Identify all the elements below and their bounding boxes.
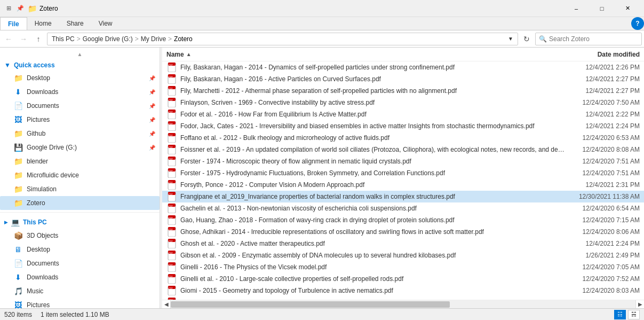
table-row[interactable]: PDFFrangipane et al_2019_Invariance prop…	[162, 191, 644, 202]
large-icons-view-button[interactable]: ☵	[628, 310, 640, 319]
col-date-header[interactable]: Date modified	[565, 51, 640, 58]
window-title: Zotero	[39, 5, 58, 12]
sidebar-quick-access-header[interactable]: ▼ Quick access	[0, 58, 160, 71]
sidebar-item-documents2[interactable]: 📄 Documents	[0, 256, 160, 270]
path-mydrive: My Drive	[141, 35, 166, 43]
sidebar-scroll-up[interactable]: ▲	[0, 50, 160, 58]
table-row[interactable]: PDFFily, Baskaran, Hagan - 2016 - Active…	[162, 73, 644, 85]
scroll-thumb[interactable]	[171, 301, 450, 308]
window-controls: – □ ✕	[564, 0, 640, 17]
sidebar-item-label: Downloads	[27, 274, 155, 281]
quick-access-icon[interactable]: 📌	[16, 4, 25, 13]
table-row[interactable]: PDFForster - 1975 - Hydrodynamic Fluctua…	[162, 167, 644, 179]
microfluidic-icon: 📁	[13, 171, 23, 179]
sidebar: ▲ ▼ Quick access 📁 Desktop 📌 ⬇ Downloads…	[0, 48, 160, 308]
thispc-label: This PC	[23, 218, 47, 226]
table-row[interactable]: PDFFily, Baskaran, Hagan - 2014 - Dynami…	[162, 61, 644, 73]
sidebar-item-simulation[interactable]: 📁 Simulation	[0, 182, 160, 196]
file-name: Gao, Huang, Zhao - 2018 - Formation of w…	[180, 216, 565, 224]
sidebar-item-label: Pictures	[27, 116, 149, 123]
sidebar-item-pictures2[interactable]: 🖼 Pictures	[0, 298, 160, 308]
address-path[interactable]: This PC > Google Drive (G:) > My Drive >…	[47, 33, 518, 45]
table-row[interactable]: PDFFodor et al. - 2016 - How Far from Eq…	[162, 108, 644, 120]
table-row[interactable]: PDFGinelli - 2016 - The Physics of the V…	[162, 261, 644, 273]
scroll-track[interactable]	[171, 300, 635, 308]
file-date: 12/24/2020 7:05 AM	[565, 263, 640, 271]
pdf-file-icon: PDF	[166, 75, 177, 83]
maximize-button[interactable]: □	[590, 0, 614, 17]
pin-icon: 📌	[149, 131, 155, 137]
sidebar-item-microfluidic[interactable]: 📁 Microfluidic device	[0, 168, 160, 182]
github-folder-icon: 📁	[13, 129, 23, 138]
scroll-left-button[interactable]: ◀	[162, 300, 171, 309]
zotero-folder-icon: 📁	[13, 199, 23, 207]
table-row[interactable]: PDFFoffano et al. - 2012 - Bulk rheology…	[162, 132, 644, 144]
path-zotero: Zotero	[174, 35, 193, 43]
svg-text:PDF: PDF	[169, 146, 173, 149]
sidebar-item-blender[interactable]: 📁 blender	[0, 154, 160, 168]
file-name: Fily, Baskaran, Hagan - 2014 - Dynamics …	[180, 64, 565, 71]
sidebar-item-googledrive[interactable]: 💾 Google Drive (G:) 📌	[0, 141, 160, 154]
sidebar-item-desktop[interactable]: 📁 Desktop 📌	[0, 71, 160, 85]
sidebar-item-documents[interactable]: 📄 Documents 📌	[0, 99, 160, 113]
pdf-file-icon: PDF	[166, 181, 177, 189]
svg-text:PDF: PDF	[169, 193, 173, 196]
refresh-button[interactable]: ↻	[520, 33, 533, 45]
sidebar-item-github[interactable]: 📁 Github 📌	[0, 127, 160, 141]
sidebar-item-desktop2[interactable]: 🖥 Desktop	[0, 243, 160, 256]
table-row[interactable]: PDFForster - 1974 - Microscopic theory o…	[162, 155, 644, 167]
back-button[interactable]: ←	[2, 33, 15, 45]
file-date: 12/24/2020 7:51 AM	[565, 158, 640, 165]
file-name: Frangipane et al_2019_Invariance propert…	[180, 193, 565, 200]
table-row[interactable]: PDFGinelli et al. - 2010 - Large-scale c…	[162, 273, 644, 285]
table-row[interactable]: PDFForsyth, Ponce - 2012 - Computer Visi…	[162, 179, 644, 191]
sort-arrow-icon: ▲	[186, 51, 192, 57]
file-date: 12/30/2021 11:38 AM	[565, 193, 640, 200]
sidebar-item-zotero[interactable]: 📁 Zotero	[0, 196, 160, 210]
up-button[interactable]: ↑	[32, 33, 45, 45]
tab-file[interactable]: File	[0, 17, 27, 30]
details-view-button[interactable]: ☷	[614, 310, 626, 319]
svg-text:PDF: PDF	[169, 240, 173, 243]
search-input[interactable]	[549, 35, 638, 43]
table-row[interactable]: PDFGibson et al. - 2009 - Enzymatic asse…	[162, 249, 644, 261]
table-row[interactable]: PDFGao, Huang, Zhao - 2018 - Formation o…	[162, 214, 644, 226]
search-box[interactable]: 🔍	[535, 33, 642, 45]
title-bar: ⊞ 📌 📁 Zotero – □ ✕	[0, 0, 644, 17]
sidebar-item-downloads2[interactable]: ⬇ Downloads	[0, 270, 160, 284]
selected-info: 1 item selected 1.10 MB	[41, 311, 109, 318]
sidebar-item-pictures[interactable]: 🖼 Pictures 📌	[0, 113, 160, 127]
table-row[interactable]: PDFGiomi - 2015 - Geometry and topology …	[162, 285, 644, 296]
sidebar-item-label: Microfluidic device	[27, 171, 155, 179]
item-count: 520 items	[4, 311, 32, 318]
sidebar-thispc-header[interactable]: ▸ 💻 This PC	[0, 215, 160, 229]
tab-share[interactable]: Share	[59, 17, 91, 30]
sidebar-item-3dobjects[interactable]: 📦 3D Objects	[0, 229, 160, 243]
table-row[interactable]: PDFFodor, Jack, Cates - 2021 - Irreversi…	[162, 120, 644, 132]
tab-view[interactable]: View	[91, 17, 120, 30]
tab-home[interactable]: Home	[27, 17, 59, 30]
svg-text:PDF: PDF	[169, 205, 173, 207]
table-row[interactable]: PDFGhose, Adhikari - 2014 - Irreducible …	[162, 226, 644, 238]
sidebar-item-music[interactable]: 🎵 Music	[0, 284, 160, 298]
minimize-button[interactable]: –	[564, 0, 589, 17]
pdf-file-icon: PDF	[166, 204, 177, 213]
pdf-file-icon: PDF	[166, 263, 177, 271]
help-button[interactable]: ?	[631, 17, 644, 30]
table-row[interactable]: PDFGachelin et al. - 2013 - Non-newtonia…	[162, 202, 644, 214]
path-sep2: >	[135, 35, 139, 43]
sidebar-item-downloads[interactable]: ⬇ Downloads 📌	[0, 85, 160, 99]
address-dropdown-icon[interactable]: ▼	[508, 36, 513, 42]
table-row[interactable]: PDFFily, Marchetti - 2012 - Athermal pha…	[162, 85, 644, 97]
quick-access-chevron: ▼	[4, 61, 11, 69]
table-row[interactable]: PDFFinlayson, Scriven - 1969 - Convectiv…	[162, 97, 644, 108]
file-name: Foffano et al. - 2012 - Bulk rheology an…	[180, 134, 565, 142]
scroll-right-button[interactable]: ▶	[635, 300, 644, 309]
pdf-file-icon: PDF	[166, 122, 177, 130]
forward-button[interactable]: →	[17, 33, 30, 45]
close-button[interactable]: ✕	[615, 0, 640, 17]
col-name-header[interactable]: Name ▲	[166, 51, 565, 58]
table-row[interactable]: PDFGhosh et al. - 2020 - Active matter t…	[162, 238, 644, 249]
table-row[interactable]: PDFFoissner et al. - 2019 - An updated c…	[162, 144, 644, 155]
horizontal-scrollbar[interactable]: ◀ ▶	[162, 300, 644, 308]
